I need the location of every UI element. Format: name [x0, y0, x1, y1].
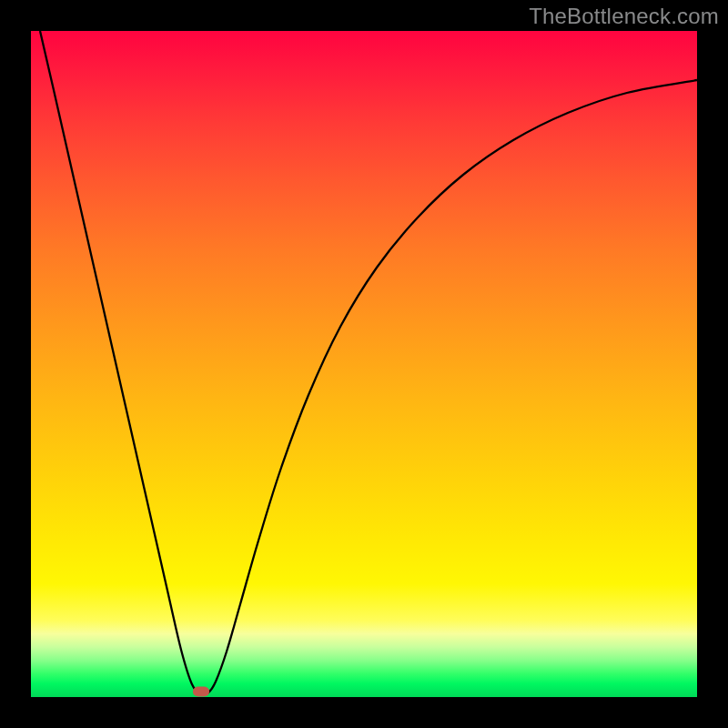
line-chart: [31, 31, 697, 697]
figure-container: TheBottleneck.com: [0, 0, 728, 728]
minimum-marker: [193, 687, 209, 697]
plot-area: [31, 31, 697, 697]
bottleneck-curve: [40, 31, 697, 694]
watermark-text: TheBottleneck.com: [529, 4, 719, 29]
